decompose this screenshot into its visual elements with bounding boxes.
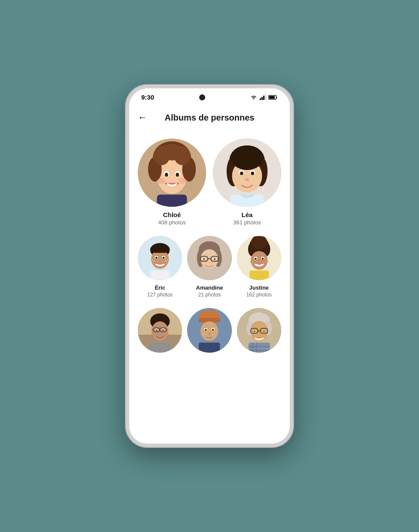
person-item-7[interactable]	[187, 308, 231, 357]
person-name-eric: Éric	[155, 284, 165, 291]
person-name-lea: Léa	[242, 211, 253, 218]
svg-rect-88	[149, 343, 171, 353]
person-item-eric[interactable]: Éric 127 photos	[138, 236, 182, 298]
svg-point-33	[251, 172, 254, 175]
back-button[interactable]: ←	[138, 110, 151, 125]
svg-rect-99	[199, 343, 220, 353]
person-item-amandine[interactable]: Amandine 21 photos	[187, 236, 231, 298]
person-count-lea: 361 photos	[233, 219, 261, 226]
svg-point-0	[253, 99, 254, 100]
svg-point-46	[165, 259, 169, 262]
person-count-chloe: 408 photos	[158, 219, 185, 226]
svg-point-43	[155, 257, 157, 259]
person-avatar-lea	[213, 139, 281, 207]
svg-point-97	[212, 329, 214, 331]
svg-point-29	[231, 145, 263, 170]
person-avatar-6	[138, 308, 182, 352]
svg-point-111	[253, 331, 255, 332]
svg-rect-40	[150, 246, 170, 253]
svg-point-75	[264, 260, 268, 263]
person-name-chloe: Chloé	[163, 211, 181, 218]
svg-point-87	[162, 329, 164, 331]
person-item-justine[interactable]: Justine 162 photos	[237, 236, 281, 298]
svg-rect-22	[157, 194, 187, 207]
person-name-justine: Justine	[249, 284, 269, 291]
battery-icon	[268, 95, 278, 100]
svg-rect-76	[249, 271, 269, 281]
svg-point-96	[205, 329, 207, 331]
person-avatar-chloe	[138, 139, 206, 207]
svg-rect-6	[269, 96, 275, 99]
person-item-8[interactable]	[237, 308, 281, 357]
camera-notch	[199, 94, 205, 100]
person-avatar-7	[187, 308, 231, 352]
svg-point-112	[263, 331, 264, 332]
svg-rect-2	[261, 97, 263, 100]
svg-point-61	[214, 258, 216, 260]
bottom-persons-grid	[138, 308, 281, 357]
svg-point-20	[157, 178, 165, 184]
person-count-justine: 162 photos	[246, 292, 272, 298]
svg-point-32	[240, 172, 243, 175]
content: Chloé 408 photos	[129, 130, 290, 444]
svg-point-60	[203, 258, 205, 260]
svg-point-74	[250, 260, 254, 263]
wifi-icon	[250, 95, 257, 100]
person-item-chloe[interactable]: Chloé 408 photos	[138, 139, 206, 226]
svg-point-44	[163, 257, 164, 259]
svg-point-21	[179, 178, 187, 184]
svg-point-19	[176, 173, 179, 177]
person-count-eric: 127 photos	[147, 292, 173, 298]
svg-point-98	[208, 333, 211, 335]
signal-icon	[259, 95, 266, 100]
status-time: 9:30	[141, 94, 154, 101]
svg-point-45	[151, 259, 155, 262]
person-avatar-justine	[237, 236, 281, 280]
person-avatar-eric	[138, 236, 182, 280]
person-name-amandine: Amandine	[196, 284, 223, 291]
svg-point-73	[262, 258, 264, 260]
person-item-lea[interactable]: Léa 361 photos	[213, 139, 281, 226]
person-item-6[interactable]	[138, 308, 182, 357]
svg-rect-47	[150, 271, 170, 281]
medium-persons-grid: Éric 127 photos	[138, 236, 281, 298]
status-bar: 9:30	[129, 88, 290, 103]
phone-frame: 9:30 ←	[126, 85, 293, 447]
svg-rect-62	[200, 271, 219, 281]
svg-point-15	[160, 144, 184, 160]
svg-point-72	[255, 258, 256, 260]
person-count-amandine: 21 photos	[198, 292, 221, 298]
person-avatar-8	[237, 308, 281, 352]
status-icons	[250, 95, 278, 100]
person-avatar-amandine	[187, 236, 231, 280]
svg-point-18	[165, 173, 168, 177]
large-persons-grid: Chloé 408 photos	[138, 139, 281, 226]
header: ← Albums de personnes	[129, 103, 290, 130]
svg-point-86	[156, 329, 157, 331]
page-title: Albums de personnes	[151, 113, 268, 123]
svg-rect-3	[263, 96, 264, 100]
svg-rect-1	[260, 98, 261, 100]
svg-rect-4	[265, 95, 266, 100]
svg-point-34	[245, 178, 249, 181]
